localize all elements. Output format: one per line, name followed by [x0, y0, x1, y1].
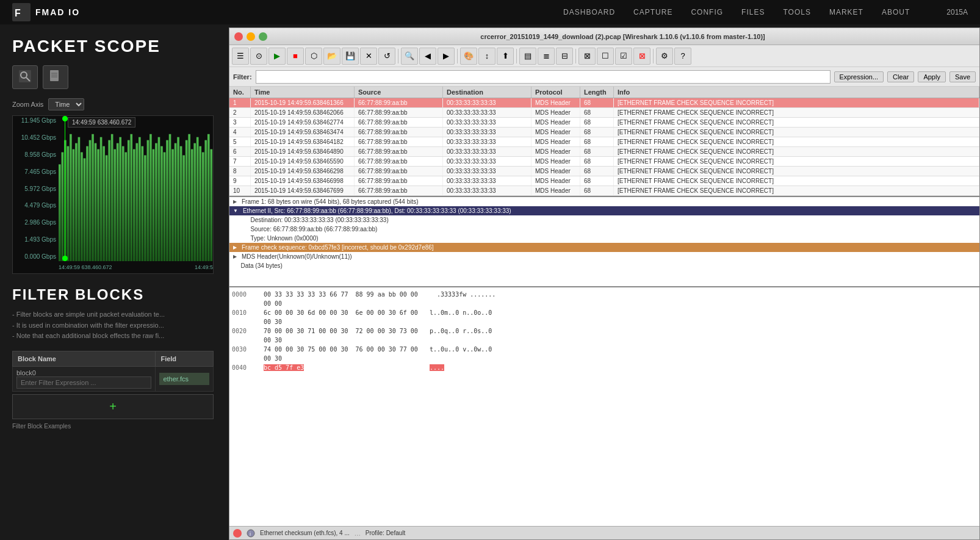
detail-row-1[interactable]: ▼Ethernet II, Src: 66:77:88:99:aa:bb (66…: [229, 206, 979, 215]
svg-text:F: F: [15, 8, 21, 18]
zoom-axis-select[interactable]: Time: [48, 98, 84, 110]
packet-no-4: 4: [229, 128, 251, 137]
y-label-6: 4.479 Gbps: [15, 202, 56, 209]
packet-dst-10: 00:33:33:33:33:33: [443, 186, 531, 195]
filter-desc-2: - It is used in combination with the fil…: [12, 320, 214, 331]
logo: F FMAD IO: [12, 3, 80, 21]
svg-rect-56: [188, 134, 190, 261]
ws-filter-input[interactable]: [256, 70, 830, 84]
ws-packet-list: No. Time Source Destination Protocol Len…: [229, 87, 979, 196]
ws-tool-menu[interactable]: ☰: [232, 48, 249, 65]
nav-dashboard[interactable]: DASHBOARD: [563, 8, 615, 16]
plus-icon: +: [109, 400, 117, 413]
svg-rect-15: [75, 143, 77, 261]
detail-row-5[interactable]: ▶Frame check sequence: 0xbcd57fe3 [incor…: [229, 243, 979, 252]
nav-tools[interactable]: TOOLS: [783, 8, 810, 16]
ws-detail-pane: ▶Frame 1: 68 bytes on wire (544 bits), 6…: [229, 196, 979, 287]
packet-row-4[interactable]: 4 2015-10-19 14:49:59.638463474 66:77:88…: [229, 128, 979, 137]
svg-rect-44: [155, 143, 157, 261]
ws-tool-autoscroll[interactable]: ↕: [478, 48, 495, 65]
packet-dst-4: 00:33:33:33:33:33: [443, 128, 531, 137]
packet-info-3: [ETHERNET FRAME CHECK SEQUENCE INCORRECT…: [614, 118, 979, 127]
ws-tool-zoom-in[interactable]: ⬆: [497, 48, 514, 65]
packet-row-8[interactable]: 8 2015-10-19 14:49:59.638466298 66:77:88…: [229, 167, 979, 176]
ws-tool-pane1[interactable]: ▤: [519, 48, 536, 65]
svg-rect-32: [122, 146, 124, 261]
packet-row-2[interactable]: 2 2015-10-19 14:49:59.638462066 66:77:88…: [229, 108, 979, 118]
chart-svg: [59, 116, 213, 261]
file-button[interactable]: [43, 65, 68, 89]
ws-tool-close[interactable]: ✕: [360, 48, 377, 65]
ws-tool-start[interactable]: ▶: [268, 48, 286, 65]
ws-maximize-button[interactable]: [259, 32, 267, 41]
ws-tool-reload[interactable]: ↺: [378, 48, 395, 65]
ws-minimize-button[interactable]: [247, 32, 255, 41]
ws-tool-save[interactable]: 💾: [342, 48, 359, 65]
nav-year: 2015A: [946, 8, 968, 16]
detail-row-6[interactable]: ▶MDS Header(Unknown(0)/Unknown(11)): [229, 252, 979, 261]
col-header-info: Info: [614, 87, 979, 98]
nav-capture[interactable]: CAPTURE: [633, 8, 672, 16]
svg-rect-30: [117, 143, 119, 261]
ws-tool-find[interactable]: 🔍: [401, 48, 418, 65]
y-label-2: 10.452 Gbps: [15, 134, 56, 141]
ws-tool-coloring4[interactable]: ⊠: [633, 48, 650, 65]
ws-tool-pane2[interactable]: ≣: [538, 48, 555, 65]
nav-config[interactable]: CONFIG: [691, 8, 723, 16]
ws-tool-coloring3[interactable]: ☑: [615, 48, 632, 65]
analyze-button[interactable]: [12, 65, 38, 89]
packet-info-9: [ETHERNET FRAME CHECK SEQUENCE INCORRECT…: [614, 176, 979, 185]
svg-rect-35: [130, 134, 132, 261]
packet-row-10[interactable]: 10 2015-10-19 14:49:59.638467699 66:77:8…: [229, 186, 979, 196]
col-header-protocol: Protocol: [531, 87, 580, 98]
ws-tool-prefs[interactable]: ⚙: [656, 48, 673, 65]
nav-about[interactable]: ABOUT: [882, 8, 910, 16]
ws-tool-stop[interactable]: ■: [287, 48, 304, 65]
ws-tool-help[interactable]: ?: [674, 48, 691, 65]
filter-expression-input[interactable]: [16, 376, 151, 389]
detail-row-3[interactable]: Source: 66:77:88:99:aa:bb (66:77:88:99:a…: [229, 225, 979, 234]
packet-len-2: 68: [580, 108, 614, 117]
bandwidth-chart: 11.945 Gbps 10.452 Gbps 8.958 Gbps 7.465…: [12, 115, 214, 274]
zoom-axis-label: Zoom Axis: [12, 101, 43, 108]
chart-cursor: [65, 116, 65, 261]
ws-tool-restart[interactable]: ⬡: [305, 48, 322, 65]
nav-market[interactable]: MARKET: [829, 8, 863, 16]
detail-row-0[interactable]: ▶Frame 1: 68 bytes on wire (544 bits), 6…: [229, 197, 979, 206]
chart-x-right: 14:49:5: [195, 264, 213, 270]
packet-row-3[interactable]: 3 2015-10-19 14:49:59.638462774 66:77:88…: [229, 118, 979, 128]
ws-tool-open[interactable]: 📂: [323, 48, 340, 65]
ws-save-button[interactable]: Save: [949, 71, 976, 82]
ws-close-button[interactable]: [234, 32, 243, 41]
packet-row-6[interactable]: 6 2015-10-19 14:49:59.638464890 66:77:88…: [229, 147, 979, 157]
ws-tool-capture-opts[interactable]: ⊙: [250, 48, 267, 65]
packet-time-1: 2015-10-19 14:49:59.638461366: [251, 98, 355, 107]
packet-row-9[interactable]: 9 2015-10-19 14:49:59.638466998 66:77:88…: [229, 176, 979, 186]
packet-proto-6: MDS Header: [531, 147, 580, 156]
packet-row-5[interactable]: 5 2015-10-19 14:49:59.638464182 66:77:88…: [229, 137, 979, 147]
ws-clear-button[interactable]: Clear: [887, 71, 914, 82]
ws-tool-prev[interactable]: ◀: [419, 48, 436, 65]
packet-row-1[interactable]: 1 2015-10-19 14:49:59.638461366 66:77:88…: [229, 98, 979, 108]
nav-files[interactable]: FILES: [741, 8, 765, 16]
ws-status-text: Ethernet checksum (eth.fcs), 4 ...: [260, 530, 350, 536]
packet-no-2: 2: [229, 108, 251, 117]
ws-tool-pane3[interactable]: ⊟: [556, 48, 573, 65]
ws-expression-button[interactable]: Expression...: [834, 71, 884, 82]
ws-tool-coloring2[interactable]: ☐: [597, 48, 614, 65]
detail-text-6: MDS Header(Unknown(0)/Unknown(11)): [242, 253, 352, 260]
hex-row-0030: 0030 74 00 00 30 75 00 00 30 76 00 00 30…: [232, 345, 977, 363]
packet-time-8: 2015-10-19 14:49:59.638466298: [251, 167, 355, 176]
add-filter-block-button[interactable]: +: [12, 394, 214, 419]
detail-row-4[interactable]: Type: Unknown (0x0000): [229, 234, 979, 243]
detail-row-7[interactable]: Data (34 bytes): [229, 261, 979, 270]
detail-row-2[interactable]: Destination: 00:33:33:33:33:33 (00:33:33…: [229, 215, 979, 225]
ws-tool-coloring1[interactable]: ⊠: [578, 48, 596, 65]
packet-dst-7: 00:33:33:33:33:33: [443, 157, 531, 166]
ws-apply-button[interactable]: Apply: [918, 71, 946, 82]
packet-src-2: 66:77:88:99:aa:bb: [355, 108, 443, 117]
packet-row-7[interactable]: 7 2015-10-19 14:49:59.638465590 66:77:88…: [229, 157, 979, 167]
ws-tool-colorize[interactable]: 🎨: [460, 48, 477, 65]
ws-tool-next[interactable]: ▶: [438, 48, 455, 65]
ws-toolbar-separator-1: [398, 49, 398, 63]
